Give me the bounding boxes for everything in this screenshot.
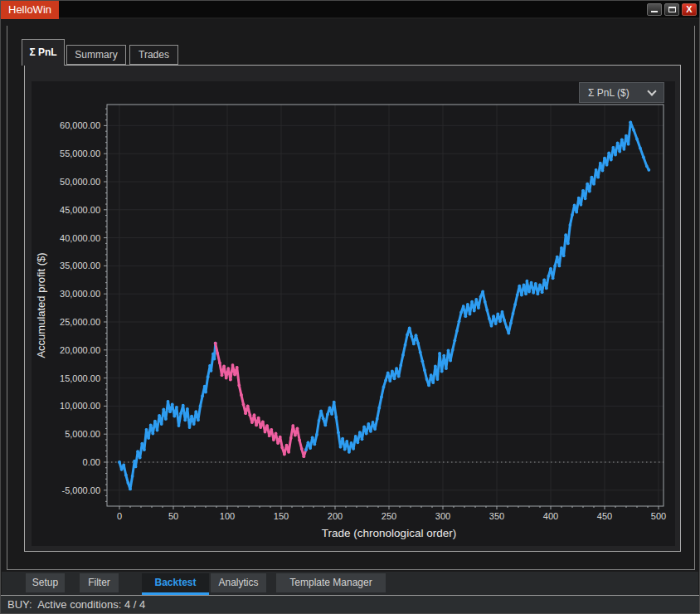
data-point [581,189,585,192]
data-point [120,468,124,471]
data-point [318,419,321,422]
data-point [118,460,121,464]
data-point [319,410,323,413]
data-point [250,421,254,424]
window-title: HelloWin [1,1,59,19]
data-point [186,407,189,411]
data-point [564,233,567,236]
restore-button[interactable] [664,3,679,16]
tab-setup[interactable]: Setup [26,573,65,592]
data-point [616,142,620,145]
data-point [194,410,197,413]
status-message: BUY: Active conditions: 4 / 4 [1,596,699,613]
tab-filter[interactable]: Filter [80,573,119,592]
data-point [188,426,192,429]
data-point [639,147,642,150]
data-point [380,396,383,399]
data-point [580,203,583,207]
data-point [453,339,456,342]
data-point [129,488,132,491]
data-point [328,407,332,410]
series-selector-dropdown[interactable]: Σ PnL ($) [579,82,664,103]
pnl-chart[interactable]: 050100150200250300350400450500-5,000.000… [32,81,675,546]
y-tick-label: -5,000.00 [62,485,100,495]
tab-backtest[interactable]: Backtest [142,573,209,595]
data-point [449,359,452,363]
data-point [384,378,387,382]
data-point [162,408,165,412]
data-point [339,446,343,449]
data-point [488,317,491,320]
data-point [183,418,187,422]
data-point [537,292,540,295]
data-point [545,287,548,290]
data-point [395,367,398,370]
data-point [222,365,226,368]
bottom-tab-bar: Setup Filter Backtest Analytics Template… [2,572,698,596]
close-button[interactable]: X [682,3,697,16]
data-point [481,290,484,294]
data-point [216,352,219,355]
data-point [473,309,476,313]
data-point [190,415,193,418]
data-point [436,378,440,381]
data-point [584,197,587,200]
data-point [264,431,267,434]
minimize-button[interactable] [647,3,662,16]
data-point [575,211,578,214]
data-point [177,424,181,427]
tab-trades[interactable]: Trades [129,45,178,65]
data-point [382,386,386,389]
data-point [505,325,508,329]
data-point [595,168,598,172]
data-point [423,368,426,372]
data-point [197,418,200,422]
y-tick-label: 60,000.00 [60,120,100,130]
data-point [404,344,407,347]
data-point [388,379,391,383]
data-point [526,280,529,283]
data-point [323,424,327,427]
data-point [430,373,433,377]
data-point [153,420,157,423]
data-point [164,417,168,421]
data-point [534,282,537,285]
y-tick-label: 55,000.00 [60,149,100,158]
data-point [419,351,422,354]
data-point [541,290,544,294]
data-point [226,367,230,370]
data-point [577,197,581,200]
tab-template-manager[interactable]: Template Manager [276,573,386,592]
data-point [287,451,290,454]
data-point [591,176,594,179]
data-point [233,373,236,377]
data-point [573,204,576,207]
data-point [620,138,624,141]
data-point [253,413,256,417]
tab-analytics[interactable]: Analytics [211,573,266,592]
data-point [276,441,280,445]
data-point [549,267,552,270]
data-point [283,453,286,456]
data-point [552,276,555,280]
data-point [211,353,215,356]
tab-pnl[interactable]: Σ PnL [22,39,65,66]
data-point [538,284,542,287]
data-point [296,427,299,431]
y-tick-label: 5,000.00 [65,429,100,439]
data-point [427,384,430,387]
data-point [635,138,639,141]
x-tick-label: 450 [597,511,612,521]
data-point [201,394,204,397]
tab-summary[interactable]: Summary [66,45,126,65]
data-point [270,428,273,431]
data-point [334,416,338,419]
data-point [425,378,429,381]
data-point [601,169,605,173]
data-point [307,441,310,444]
data-point [257,417,260,420]
data-point [309,446,312,450]
data-point [348,451,351,454]
data-point [586,183,589,186]
y-tick-label: 25,000.00 [60,317,100,327]
